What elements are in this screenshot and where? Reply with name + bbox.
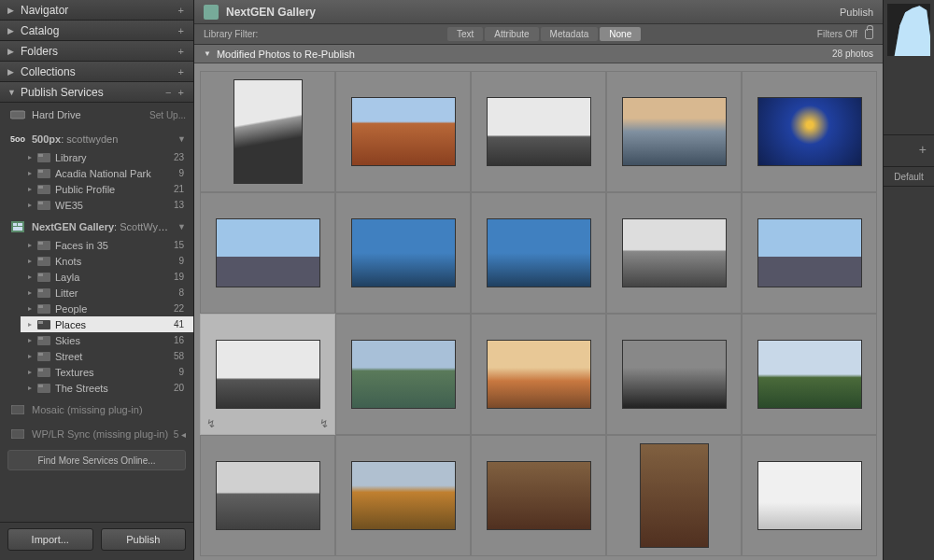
collection-knots[interactable]: ▸Knots9 (21, 253, 193, 269)
collection-litter[interactable]: ▸Litter8 (21, 285, 193, 301)
thumbnail-cell[interactable] (742, 435, 877, 556)
thumbnail-image (351, 340, 456, 409)
collection-library[interactable]: ▸Library23 (21, 149, 193, 165)
filter-tab-metadata[interactable]: Metadata (541, 27, 599, 41)
thumbnail-cell[interactable] (471, 435, 606, 556)
section-count: 28 photos (832, 49, 873, 59)
thumbnail-cell[interactable] (335, 435, 471, 556)
thumbnail-cell[interactable] (335, 71, 471, 192)
collection-icon (37, 368, 50, 377)
add-button[interactable]: + (884, 134, 934, 162)
chevron-right-icon: ▸ (28, 352, 37, 360)
thumbnail-cell[interactable] (471, 314, 606, 435)
collection-count: 16 (168, 335, 184, 345)
collection-public-profile[interactable]: ▸Public Profile21 (21, 181, 193, 197)
plugin-icon (9, 404, 26, 415)
plus-minus-icon[interactable]: − + (165, 87, 186, 98)
svg-marker-8 (895, 6, 930, 56)
section-header[interactable]: ▼ Modified Photos to Re-Publish 28 photo… (194, 45, 883, 63)
svg-rect-0 (10, 111, 25, 119)
flag-icon[interactable]: ↯ (319, 417, 329, 430)
chevron-right-icon: ▸ (28, 304, 37, 313)
flag-icon[interactable]: ↯ (206, 417, 216, 430)
collection-label: The Streets (55, 383, 168, 394)
preset-default[interactable]: Default (884, 166, 934, 187)
500px-icon: 5oo (9, 133, 26, 145)
thumbnail-cell[interactable] (200, 435, 335, 556)
collection-count: 41 (168, 319, 184, 329)
collection-places[interactable]: ▸Places41 (21, 316, 193, 332)
collection-icon (37, 304, 50, 314)
thumbnail-cell[interactable] (606, 192, 742, 314)
collection-count: 9 (173, 168, 184, 178)
collection-people[interactable]: ▸People22 (21, 301, 193, 316)
collection-skies[interactable]: ▸Skies16 (21, 332, 193, 348)
thumbnail-cell[interactable] (200, 192, 335, 314)
collection-we35[interactable]: ▸WE3513 (21, 197, 193, 213)
collection-acadia-national-park[interactable]: ▸Acadia National Park9 (21, 165, 193, 181)
collection-label: Street (55, 351, 168, 362)
collection-label: Public Profile (55, 184, 168, 195)
service-count: 5 ◂ (174, 429, 186, 440)
svg-rect-2 (13, 223, 17, 226)
collection-icon (37, 169, 50, 178)
collection-layla[interactable]: ▸Layla19 (21, 269, 193, 285)
plus-icon[interactable]: + (178, 46, 186, 57)
panel-navigator[interactable]: ▶Navigator+ (0, 0, 193, 21)
thumbnail-cell[interactable]: ↯↯ (200, 314, 335, 435)
chevron-right-icon: ▸ (28, 288, 37, 297)
thumbnail-cell[interactable] (606, 314, 742, 435)
collection-count: 22 (168, 303, 184, 314)
thumbnail-image (234, 79, 303, 184)
panel-catalog[interactable]: ▶Catalog+ (0, 21, 193, 41)
thumbnail-image (351, 218, 456, 287)
thumbnail-image (487, 340, 591, 409)
collection-label: Knots (55, 256, 173, 267)
plus-icon[interactable]: + (178, 66, 186, 77)
thumbnail-cell[interactable] (742, 314, 877, 435)
plus-icon[interactable]: + (178, 5, 186, 16)
thumbnail-cell[interactable] (606, 71, 742, 192)
section-title: Modified Photos to Re-Publish (217, 49, 832, 60)
panel-collections[interactable]: ▶Collections+ (0, 62, 193, 82)
thumbnail-cell[interactable] (200, 71, 335, 192)
panel-title: Catalog (21, 24, 178, 37)
find-services-button[interactable]: Find More Services Online... (7, 450, 186, 470)
filter-label: Library Filter: (204, 29, 258, 39)
thumbnail-cell[interactable] (471, 71, 606, 192)
filters-off-label[interactable]: Filters Off (817, 29, 857, 39)
service-nextgen[interactable]: NextGEN Gallery: ScottWyde… ▼ (0, 217, 193, 237)
filter-tab-none[interactable]: None (600, 27, 641, 41)
service-missing[interactable]: WP/LR Sync (missing plug-in)5 ◂ (0, 424, 193, 444)
publish-services-header[interactable]: ▼ Publish Services − + (0, 82, 193, 103)
collection-label: WE35 (55, 200, 168, 211)
thumbnail-cell[interactable] (471, 192, 606, 314)
publish-button[interactable]: Publish (840, 7, 873, 18)
thumbnail-cell[interactable] (335, 314, 471, 435)
thumbnail-image (757, 340, 862, 409)
collection-faces-in-35[interactable]: ▸Faces in 3515 (21, 237, 193, 253)
thumbnail-cell[interactable] (606, 435, 742, 556)
lock-icon[interactable] (865, 29, 873, 39)
main-content: NextGEN Gallery Publish Library Filter: … (194, 0, 883, 560)
import-button[interactable]: Import... (7, 528, 93, 551)
service-500px[interactable]: 5oo 500px: scottwyden ▼ (0, 129, 193, 149)
collection-street[interactable]: ▸Street58 (21, 348, 193, 364)
collection-icon (37, 241, 50, 250)
thumbnail-cell[interactable] (742, 192, 877, 314)
right-panel: + Default (883, 0, 934, 560)
service-missing[interactable]: Mosaic (missing plug-in) (0, 399, 193, 420)
filter-tab-attribute[interactable]: Attribute (485, 27, 538, 41)
thumbnail-cell[interactable] (335, 192, 471, 314)
collection-icon (37, 257, 50, 266)
collection-textures[interactable]: ▸Textures9 (21, 364, 193, 380)
setup-link[interactable]: Set Up... (149, 110, 186, 120)
plus-icon[interactable]: + (178, 25, 186, 36)
filter-tab-text[interactable]: Text (447, 27, 483, 41)
collection-icon (37, 201, 50, 210)
panel-folders[interactable]: ▶Folders+ (0, 41, 193, 62)
thumbnail-cell[interactable] (742, 71, 877, 192)
publish-button[interactable]: Publish (101, 528, 187, 551)
service-hard-drive[interactable]: Hard Drive Set Up... (0, 105, 193, 125)
collection-the-streets[interactable]: ▸The Streets20 (21, 380, 193, 396)
